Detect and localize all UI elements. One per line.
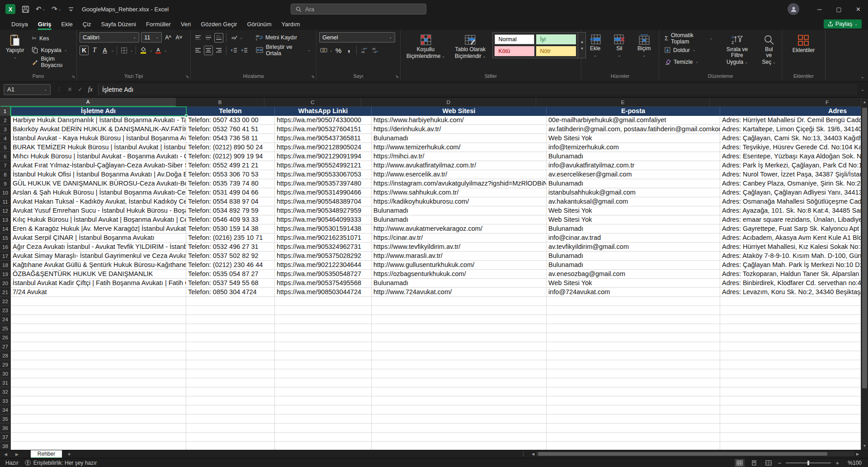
- cell-A26[interactable]: [11, 333, 186, 342]
- cell-B22[interactable]: [186, 297, 275, 306]
- cell-D4[interactable]: Bulunamadı: [372, 134, 547, 143]
- cell-F24[interactable]: [720, 315, 861, 324]
- cell-B2[interactable]: Telefon: 0507 433 00 00: [186, 116, 275, 125]
- cell-A37[interactable]: [11, 433, 186, 442]
- cell-A17[interactable]: Avukat Simay Maraşlı- İstanbul Gayrimenk…: [11, 252, 186, 261]
- borders-dropdown[interactable]: ⌄: [130, 48, 133, 52]
- cell-E15[interactable]: info@cinar.av.trad: [547, 234, 720, 243]
- zoom-level[interactable]: %100: [844, 460, 862, 466]
- cell-F8[interactable]: Adres: Nurol Tower, İzzet Paşa, 34387 Şi…: [720, 170, 861, 179]
- cell-D31[interactable]: [372, 378, 547, 387]
- cell-D10[interactable]: https://www.sahhukuk.com.tr/: [372, 188, 547, 197]
- cell-E6[interactable]: Bulunamadı: [547, 152, 720, 161]
- align-center-icon[interactable]: [204, 46, 213, 55]
- insert-cells-button[interactable]: Ekle ⌄: [586, 32, 604, 59]
- paste-button[interactable]: Yapıştır ⌄: [3, 32, 27, 61]
- column-header-B[interactable]: B: [176, 98, 264, 107]
- minimize-button[interactable]: ─: [810, 0, 829, 18]
- row-header-8[interactable]: 8: [0, 170, 11, 179]
- cell-E37[interactable]: [547, 433, 720, 442]
- number-dialog-launcher-icon[interactable]: ⇘: [395, 74, 399, 79]
- cell-C12[interactable]: https://wa.me/905348927959: [275, 206, 372, 215]
- zoom-in-button[interactable]: +: [835, 460, 839, 467]
- cell-E36[interactable]: [547, 424, 720, 433]
- cell-E27[interactable]: [547, 342, 720, 351]
- accounting-dropdown[interactable]: ⌄: [330, 48, 333, 52]
- cell-style-3[interactable]: Nötr: [536, 46, 576, 56]
- cell-D24[interactable]: [372, 315, 547, 324]
- cell-E26[interactable]: [547, 333, 720, 342]
- cell-C25[interactable]: [275, 324, 372, 333]
- cell-A19[interactable]: ÖZBAĞ&ŞENTÜRK HUKUK VE DANIŞMANLIK: [11, 270, 186, 279]
- cell-A14[interactable]: Eren & Karagöz Hukuk |Av. Merve Karagöz|…: [11, 224, 186, 234]
- cell-C9[interactable]: https://wa.me/905357397480: [275, 179, 372, 188]
- cell-F3[interactable]: Adres: Kartaltepe, Limon Çiçeği Sk. 19/6…: [720, 125, 861, 134]
- cell-C3[interactable]: https://wa.me/905327604151: [275, 125, 372, 134]
- cell-C1[interactable]: WhatsApp Linki: [275, 107, 372, 116]
- cell-A9[interactable]: GÜL HUKUK VE DANIŞMANLIK BÜROSU-Ceza Avu…: [11, 179, 186, 188]
- copy-button[interactable]: Kopyala ⌄: [29, 45, 74, 55]
- align-left-icon[interactable]: [193, 46, 203, 55]
- cell-C10[interactable]: https://wa.me/905314990466: [275, 188, 372, 197]
- cell-C36[interactable]: [275, 424, 372, 433]
- cell-B11[interactable]: Telefon: 0554 838 97 04: [186, 197, 275, 206]
- row-header-18[interactable]: 18: [0, 261, 11, 270]
- user-avatar[interactable]: [788, 3, 799, 15]
- vertical-scrollbar[interactable]: ▲ ▼: [861, 98, 868, 450]
- cell-D19[interactable]: https://ozbagsenturkhukuk.com/: [372, 270, 547, 279]
- cell-D21[interactable]: http://www.724avukat.com/: [372, 288, 547, 297]
- cell-D15[interactable]: https://cinar.av.tr/: [372, 234, 547, 243]
- cell-B31[interactable]: [186, 378, 275, 387]
- fill-button[interactable]: Doldur ⌄: [662, 45, 715, 55]
- row-header-37[interactable]: 37: [0, 433, 11, 442]
- cell-D2[interactable]: https://www.harbiyehukuk.com/: [372, 116, 547, 125]
- cell-F32[interactable]: [720, 387, 861, 396]
- row-header-31[interactable]: 31: [0, 378, 11, 387]
- accounting-format-icon[interactable]: [319, 46, 328, 55]
- cell-A25[interactable]: [11, 324, 186, 333]
- clear-button[interactable]: Temizle ⌄: [662, 57, 715, 67]
- cell-D29[interactable]: [372, 360, 547, 369]
- cell-D38[interactable]: [372, 442, 547, 450]
- cell-D23[interactable]: [372, 306, 547, 315]
- cell-E33[interactable]: [547, 396, 720, 405]
- cell-A22[interactable]: [11, 297, 186, 306]
- scroll-down-icon[interactable]: ▼: [861, 442, 868, 450]
- autosum-button[interactable]: Σ Otomatik Toplam ⌄: [662, 33, 715, 43]
- zoom-slider-thumb[interactable]: [807, 461, 809, 465]
- cell-C19[interactable]: https://wa.me/905350548727: [275, 270, 372, 279]
- cell-F9[interactable]: Adres: Canbey Plaza, Osmaniye, Şirin Sk.…: [720, 179, 861, 188]
- row-header-9[interactable]: 9: [0, 179, 11, 188]
- maximize-button[interactable]: ▢: [829, 0, 849, 18]
- grow-font-button[interactable]: A^: [164, 33, 173, 42]
- cell-F30[interactable]: [720, 369, 861, 378]
- font-color-button[interactable]: A: [154, 46, 163, 55]
- cell-D30[interactable]: [372, 369, 547, 378]
- cell-style-1[interactable]: İyi: [536, 34, 576, 44]
- cell-C14[interactable]: https://wa.me/905301591438: [275, 224, 372, 234]
- cell-C6[interactable]: https://wa.me/902129091994: [275, 152, 372, 161]
- cell-C13[interactable]: https://wa.me/905464099333: [275, 215, 372, 224]
- share-button[interactable]: Paylaş ⌄: [824, 19, 862, 29]
- cell-B19[interactable]: Telefon: 0535 054 87 27: [186, 270, 275, 279]
- cell-B14[interactable]: Telefon: 0530 159 14 38: [186, 224, 275, 234]
- cell-F4[interactable]: Adres: Çağlayan, Cami Sk. No:13, 34403 K…: [720, 134, 861, 143]
- cell-A20[interactable]: İstanbul Avukat Kadir Çiftçi | Fatih Boş…: [11, 279, 186, 288]
- cell-A18[interactable]: Kağtıhane Avukat Güllü & Şentürk Hukuk B…: [11, 261, 186, 270]
- cell-F16[interactable]: Adres: Hürriyet Mahallesi, Kız Kalesi So…: [720, 243, 861, 252]
- cell-E8[interactable]: av.esercelikeser@gmail.com: [547, 170, 720, 179]
- cell-C23[interactable]: [275, 306, 372, 315]
- cell-E18[interactable]: Bulunamadı: [547, 261, 720, 270]
- cell-F15[interactable]: Adres: Acıbadem, Akasya Avm Kent Kule A1…: [720, 234, 861, 243]
- cell-C21[interactable]: https://wa.me/908503044724: [275, 288, 372, 297]
- cell-B8[interactable]: Telefon: 0553 306 70 53: [186, 170, 275, 179]
- save-icon[interactable]: [22, 5, 29, 13]
- scroll-up-icon[interactable]: ▲: [861, 98, 868, 106]
- conditional-formatting-button[interactable]: Koşullu Biçimlendirme⌄: [403, 32, 448, 60]
- row-header-29[interactable]: 29: [0, 360, 11, 369]
- scroll-left-icon[interactable]: ◀: [530, 452, 536, 456]
- cell-F18[interactable]: Adres: Çağlayan Mah. Park İş Merkezi No:…: [720, 261, 861, 270]
- cell-D6[interactable]: https://mihci.av.tr/: [372, 152, 547, 161]
- increase-decimal-icon[interactable]: ←0.00: [359, 46, 369, 55]
- undo-button[interactable]: ↶⌄: [36, 5, 45, 13]
